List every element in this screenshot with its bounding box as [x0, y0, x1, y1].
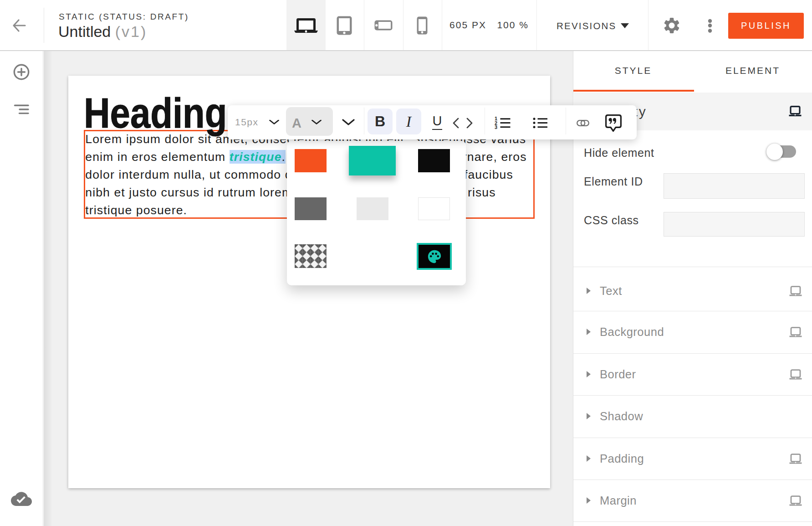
svg-text:3: 3 [495, 124, 497, 130]
